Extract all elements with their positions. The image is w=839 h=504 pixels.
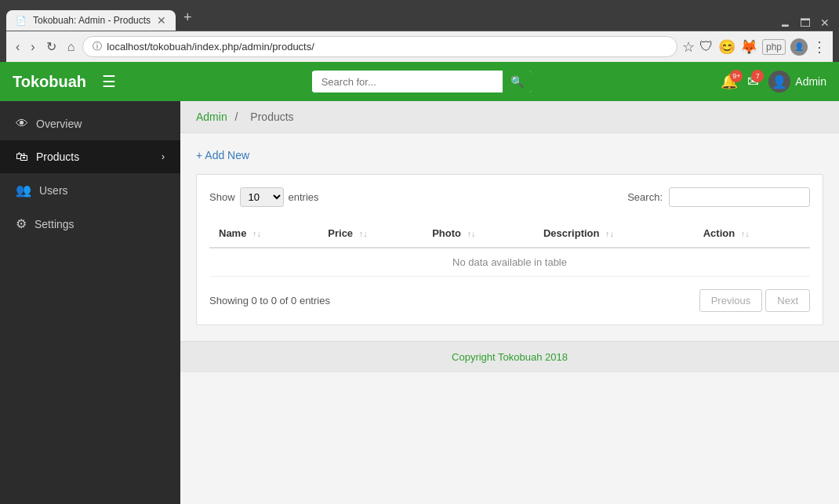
products-icon: 🛍 (16, 150, 28, 164)
notification-badge: 9+ (730, 70, 743, 82)
breadcrumb: Admin / Products (180, 101, 839, 133)
add-new-button[interactable]: + Add New (196, 149, 249, 161)
back-button[interactable]: ‹ (13, 38, 23, 56)
pagination-bar: Showing 0 to 0 of 0 entries Previous Nex… (209, 289, 810, 312)
breadcrumb-current: Products (250, 111, 293, 123)
main-content: Admin / Products + Add New Show 10 25 5 (180, 101, 839, 504)
app-wrapper: Tokobuah ☰ 🔍 🔔 9+ ✉ 7 👤 Admin (0, 62, 839, 504)
new-tab-button[interactable]: + (177, 5, 198, 31)
table-body: No data available in table (209, 248, 810, 277)
pagination-buttons: Previous Next (699, 289, 810, 312)
table-search-input[interactable] (669, 187, 810, 207)
refresh-button[interactable]: ↻ (43, 38, 60, 56)
no-data-message: No data available in table (209, 248, 810, 277)
col-name[interactable]: Name ↑↓ (209, 219, 318, 248)
browser-toolbar: ☆ 🛡 😊 🦊 php 👤 ⋮ (682, 38, 826, 56)
table-controls: Show 10 25 50 100 entries Search: (209, 187, 810, 207)
search-button[interactable]: 🔍 (503, 71, 532, 92)
nav-icons: 🔔 9+ ✉ 7 👤 Admin (721, 71, 826, 92)
mail-button[interactable]: ✉ 7 (747, 73, 759, 90)
table-empty-row: No data available in table (209, 248, 810, 277)
forward-button[interactable]: › (27, 38, 38, 56)
sidebar: 👁 Overview 🛍 Products › 👥 Users ⚙ Settin… (0, 101, 180, 504)
notification-bell-button[interactable]: 🔔 9+ (721, 73, 738, 90)
breadcrumb-separator: / (235, 111, 238, 123)
col-action[interactable]: Action ↑↓ (694, 219, 810, 248)
col-description[interactable]: Description ↑↓ (534, 219, 694, 248)
entries-select[interactable]: 10 25 50 100 (240, 187, 284, 207)
footer-text: Copyright Tokobuah 2018 (452, 351, 568, 363)
php-icon[interactable]: php (762, 39, 786, 55)
products-arrow-icon: › (162, 151, 165, 162)
table-card: Show 10 25 50 100 entries Search: (196, 174, 823, 325)
maximize-button[interactable]: 🗖 (797, 15, 814, 31)
tab-title: Tokobuah: Admin - Products (33, 15, 151, 26)
search-input[interactable] (312, 71, 503, 92)
sidebar-label-users: Users (39, 184, 68, 197)
footer: Copyright Tokobuah 2018 (180, 341, 839, 372)
tab-close-button[interactable]: ✕ (157, 15, 166, 26)
products-table: Name ↑↓ Price ↑↓ Photo ↑↓ (209, 219, 810, 277)
sidebar-label-products: Products (36, 150, 79, 163)
lock-icon: ⓘ (93, 40, 102, 53)
sidebar-item-settings[interactable]: ⚙ Settings (0, 207, 180, 241)
window-controls: 🗕 🗖 ✕ (776, 15, 833, 31)
brand-name: Tokobuah (13, 73, 86, 91)
settings-icon: ⚙ (16, 216, 27, 231)
pocket-icon[interactable]: 🛡 (699, 38, 714, 55)
top-navbar: Tokobuah ☰ 🔍 🔔 9+ ✉ 7 👤 Admin (0, 62, 839, 101)
search-label: Search: (627, 191, 663, 203)
user-menu[interactable]: 👤 Admin (768, 71, 826, 92)
bookmark-icon[interactable]: ☆ (682, 38, 695, 56)
address-input[interactable]: ⓘ localhost/tokobuah/index.php/admin/pro… (82, 36, 677, 57)
firefox-icon[interactable]: 🦊 (740, 38, 757, 56)
sort-description-icon: ↑↓ (605, 229, 614, 238)
entries-label: entries (289, 191, 319, 203)
show-entries: Show 10 25 50 100 entries (209, 187, 319, 207)
show-label: Show (209, 191, 235, 203)
hamburger-button[interactable]: ☰ (96, 69, 122, 94)
tab-page-icon: 📄 (16, 16, 27, 26)
showing-text: Showing 0 to 0 of 0 entries (209, 295, 330, 306)
browser-chrome: 📄 Tokobuah: Admin - Products ✕ + 🗕 🗖 ✕ ‹… (0, 0, 839, 62)
close-window-button[interactable]: ✕ (817, 15, 833, 31)
table-search-control: Search: (627, 187, 810, 207)
emoji-icon[interactable]: 😊 (718, 38, 735, 56)
mail-badge: 7 (751, 70, 764, 82)
sort-action-icon: ↑↓ (741, 229, 750, 238)
menu-icon[interactable]: ⋮ (812, 38, 826, 56)
content-body: + Add New Show 10 25 50 100 entri (180, 133, 839, 341)
col-photo[interactable]: Photo ↑↓ (423, 219, 534, 248)
address-bar: ‹ › ↻ ⌂ ⓘ localhost/tokobuah/index.php/a… (6, 31, 833, 62)
previous-button[interactable]: Previous (699, 289, 763, 312)
address-text: localhost/tokobuah/index.php/admin/produ… (107, 41, 667, 53)
main-layout: 👁 Overview 🛍 Products › 👥 Users ⚙ Settin… (0, 101, 839, 504)
sidebar-item-users[interactable]: 👥 Users (0, 173, 180, 207)
user-name: Admin (795, 75, 826, 88)
sidebar-label-settings: Settings (35, 218, 74, 230)
minimize-button[interactable]: 🗕 (776, 15, 794, 31)
col-price[interactable]: Price ↑↓ (318, 219, 423, 248)
nav-search-area: 🔍 (122, 71, 721, 92)
search-box: 🔍 (312, 71, 532, 92)
sidebar-label-overview: Overview (36, 118, 82, 130)
sidebar-item-overview[interactable]: 👁 Overview (0, 107, 180, 140)
breadcrumb-admin-link[interactable]: Admin (196, 111, 227, 123)
users-icon: 👥 (16, 183, 31, 198)
sidebar-item-products[interactable]: 🛍 Products › (0, 140, 180, 173)
user-avatar: 👤 (768, 71, 790, 92)
overview-icon: 👁 (16, 117, 28, 131)
home-button[interactable]: ⌂ (64, 38, 78, 56)
next-button[interactable]: Next (765, 289, 810, 312)
browser-tab-active[interactable]: 📄 Tokobuah: Admin - Products ✕ (6, 10, 176, 31)
sort-price-icon: ↑↓ (359, 229, 368, 238)
table-header: Name ↑↓ Price ↑↓ Photo ↑↓ (209, 219, 810, 248)
user-avatar-icon[interactable]: 👤 (790, 38, 808, 56)
sort-photo-icon: ↑↓ (467, 229, 476, 238)
sort-name-icon: ↑↓ (252, 229, 261, 238)
